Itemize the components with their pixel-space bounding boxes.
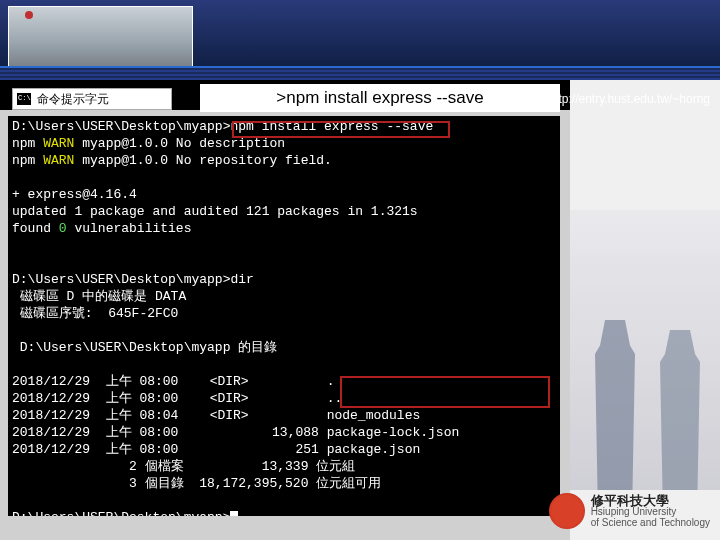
terminal-title: 命令提示字元 xyxy=(37,91,109,108)
cursor-icon xyxy=(230,511,238,516)
header-separator xyxy=(0,66,720,80)
npm-prefix: npm xyxy=(12,136,43,151)
warn-msg: myapp@1.0.0 No repository field. xyxy=(74,153,331,168)
background-figures xyxy=(570,210,720,490)
dir-summary: 2 個檔案 13,339 位元組 xyxy=(12,459,355,474)
table-row: 2018/12/29 上午 08:00 251 package.json xyxy=(12,442,420,457)
vuln-count: 0 xyxy=(59,221,67,236)
cmd-icon xyxy=(17,93,31,105)
table-row: 2018/12/29 上午 08:04 <DIR> node_modules xyxy=(12,408,420,423)
typed-command: dir xyxy=(230,272,253,287)
dir-serial: 磁碟區序號: 645F-2FC0 xyxy=(12,306,178,321)
warn-msg: myapp@1.0.0 No description xyxy=(74,136,285,151)
prompt: D:\Users\USER\Desktop\myapp> xyxy=(12,272,230,287)
university-name-en2: of Science and Technology xyxy=(591,517,710,528)
pkg-updated: updated 1 package and audited 121 packag… xyxy=(12,204,418,219)
university-logo: 修平科技大學 Hsiuping University of Science an… xyxy=(549,490,710,532)
vuln-a: found xyxy=(12,221,59,236)
typed-command: npm install express --save xyxy=(230,119,433,134)
university-name-en1: Hsiuping University xyxy=(591,506,710,517)
pkg-added: + express@4.16.4 xyxy=(12,187,137,202)
vuln-b: vulnerabilities xyxy=(67,221,192,236)
terminal-output[interactable]: D:\Users\USER\Desktop\myapp>npm install … xyxy=(8,116,560,516)
table-row: 2018/12/29 上午 08:00 <DIR> .. xyxy=(12,391,342,406)
table-row: 2018/12/29 上午 08:00 <DIR> . xyxy=(12,374,334,389)
university-name-cn: 修平科技大學 xyxy=(591,495,710,506)
prompt: D:\Users\USER\Desktop\myapp> xyxy=(12,119,230,134)
campus-photo xyxy=(8,6,193,68)
prompt: D:\Users\USER\Desktop\myapp> xyxy=(12,510,230,516)
dir-summary: 3 個目錄 18,172,395,520 位元組可用 xyxy=(12,476,381,491)
university-seal-icon xyxy=(549,493,585,529)
dir-of: D:\Users\USER\Desktop\myapp 的目錄 xyxy=(12,340,277,355)
command-headline: >npm install express --save xyxy=(200,84,560,112)
table-row: 2018/12/29 上午 08:00 13,088 package-lock.… xyxy=(12,425,459,440)
slide-header xyxy=(0,0,720,80)
university-name: 修平科技大學 Hsiuping University of Science an… xyxy=(591,495,710,528)
npm-prefix: npm xyxy=(12,153,43,168)
warn-tag: WARN xyxy=(43,153,74,168)
warn-tag: WARN xyxy=(43,136,74,151)
command-headline-text: >npm install express --save xyxy=(276,88,483,108)
page-url: http://entry.hust.edu.tw/~horng xyxy=(548,92,710,106)
dir-volume: 磁碟區 D 中的磁碟是 DATA xyxy=(12,289,186,304)
slide-right-panel xyxy=(570,80,720,540)
terminal-titlebar[interactable]: 命令提示字元 xyxy=(12,88,172,110)
